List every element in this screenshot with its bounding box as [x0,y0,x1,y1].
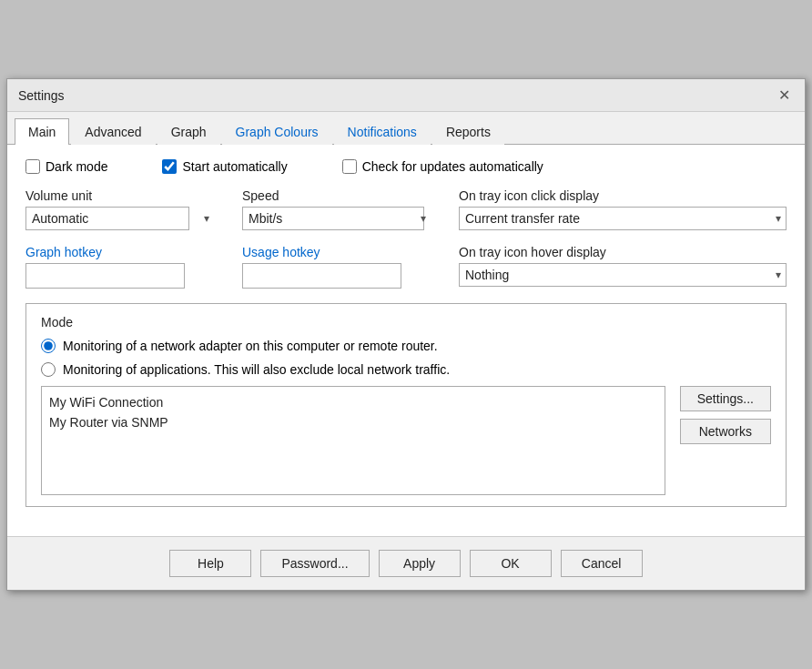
side-buttons: Settings... Networks [680,386,771,495]
mode-radio2-item: Monitoring of applications. This will al… [41,362,771,377]
dark-mode-checkbox[interactable] [25,159,40,174]
speed-select[interactable]: Mbit/s Kbit/s Byte/s KByte/s MByte/s [242,207,424,230]
close-button[interactable]: ✕ [774,86,794,106]
tab-bar: Main Advanced Graph Graph Colours Notifi… [7,112,805,145]
tray-hover-select[interactable]: Nothing Current transfer rate Graph [459,263,787,287]
tray-hover-label: On tray icon hover display [459,245,787,259]
checkbox-row: Dark mode Start automatically Check for … [25,159,787,174]
tab-advanced[interactable]: Advanced [71,118,155,145]
title-bar: Settings ✕ [7,79,805,112]
mode-radio1[interactable] [41,339,56,353]
ok-button[interactable]: OK [470,550,552,577]
start-auto-label: Start automatically [182,159,287,174]
password-button[interactable]: Password... [260,550,369,577]
tab-graph-colours[interactable]: Graph Colours [222,118,332,145]
usage-hotkey-label: Usage hotkey [242,245,431,259]
network-list[interactable]: My WiFi Connection My Router via SNMP [41,386,665,495]
volume-unit-wrapper: Automatic Bytes KBytes MBytes GBytes [25,207,215,230]
start-auto-checkbox[interactable] [162,159,177,174]
volume-unit-select[interactable]: Automatic Bytes KBytes MBytes GBytes [25,207,189,230]
graph-hotkey-input[interactable] [25,263,185,289]
mode-radio2[interactable] [41,362,56,377]
tray-click-group: On tray icon click display Current trans… [459,188,787,230]
mode-bottom: My WiFi Connection My Router via SNMP Se… [41,386,771,495]
mode-box: Mode Monitoring of a network adapter on … [25,303,787,507]
footer: Help Password... Apply OK Cancel [7,536,805,590]
check-updates-item: Check for updates automatically [342,159,543,174]
tray-hover-wrapper: Nothing Current transfer rate Graph [459,263,787,287]
dark-mode-label: Dark mode [46,159,107,174]
dropdown-row: Volume unit Automatic Bytes KBytes MByte… [25,188,787,230]
usage-hotkey-group: Usage hotkey [242,245,431,289]
dark-mode-item: Dark mode [25,159,107,174]
help-button[interactable]: Help [169,550,251,577]
tray-click-select[interactable]: Current transfer rate Nothing Graph [459,207,787,230]
tray-click-wrapper: Current transfer rate Nothing Graph [459,207,787,230]
settings-button[interactable]: Settings... [680,386,771,411]
window-title: Settings [18,88,65,103]
graph-hotkey-label: Graph hotkey [25,245,215,259]
tab-notifications[interactable]: Notifications [334,118,431,145]
network-item-2[interactable]: My Router via SNMP [49,412,657,432]
tray-click-label: On tray icon click display [459,188,787,203]
mode-title: Mode [41,315,771,329]
settings-window: Settings ✕ Main Advanced Graph Graph Col… [6,78,806,591]
speed-wrapper: Mbit/s Kbit/s Byte/s KByte/s MByte/s [242,207,431,230]
speed-group: Speed Mbit/s Kbit/s Byte/s KByte/s MByte… [242,188,431,230]
tab-reports[interactable]: Reports [432,118,504,145]
apply-button[interactable]: Apply [379,550,461,577]
speed-label: Speed [242,188,431,203]
volume-unit-group: Volume unit Automatic Bytes KBytes MByte… [25,188,215,230]
start-auto-item: Start automatically [162,159,287,174]
graph-hotkey-group: Graph hotkey [25,245,215,289]
mode-radio1-item: Monitoring of a network adapter on this … [41,339,771,353]
volume-unit-label: Volume unit [25,188,215,203]
tab-graph[interactable]: Graph [157,118,220,145]
cancel-button[interactable]: Cancel [561,550,643,577]
tray-hover-group: On tray icon hover display Nothing Curre… [459,245,787,287]
tab-main[interactable]: Main [15,118,69,145]
check-updates-checkbox[interactable] [342,159,357,174]
check-updates-label: Check for updates automatically [362,159,543,174]
networks-button[interactable]: Networks [680,419,771,444]
hotkey-row: Graph hotkey Usage hotkey On tray icon h… [25,245,787,289]
mode-radio2-label: Monitoring of applications. This will al… [63,362,450,377]
mode-radio1-label: Monitoring of a network adapter on this … [63,339,438,353]
network-item-1[interactable]: My WiFi Connection [49,392,657,412]
usage-hotkey-input[interactable] [242,263,401,289]
main-content: Dark mode Start automatically Check for … [7,145,805,536]
